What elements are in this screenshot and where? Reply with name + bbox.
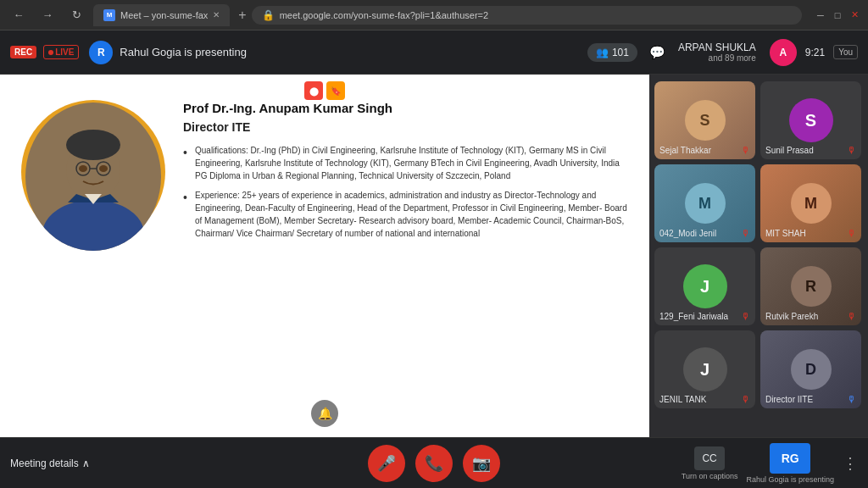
presentation-area: ⬤ 🔖 <box>0 75 649 437</box>
top-bar-right: 👥 101 💬 ARPAN SHUKLA and 89 more A 9:21 … <box>587 39 858 66</box>
participant-card: R Rutvik Parekh 🎙 <box>760 247 861 325</box>
meeting-details-button[interactable]: Meeting details ∧ <box>10 458 90 469</box>
refresh-button[interactable]: ↻ <box>64 3 88 27</box>
new-tab-button[interactable]: + <box>238 8 246 23</box>
mic-muted-icon: 🎙 <box>741 311 750 321</box>
bottom-left: Meeting details ∧ <box>10 458 90 469</box>
address-bar[interactable]: 🔒 meet.google.com/yon-sume-fax?pli=1&aut… <box>252 6 802 25</box>
slide-text-area: Prof Dr.-Ing. Anupam Kumar Singh Directo… <box>183 92 632 247</box>
browser-controls: ← → ↻ <box>7 3 88 27</box>
arpan-more: and 89 more <box>709 53 756 63</box>
svg-point-3 <box>79 165 87 172</box>
maximize-button[interactable]: □ <box>831 8 844 22</box>
notification-icon: 🔔 <box>311 400 338 427</box>
mute-button[interactable]: 🎤 <box>368 445 405 482</box>
live-dot <box>48 50 53 55</box>
arpan-avatar: A <box>770 39 797 66</box>
participant-name: JENIL TANK <box>659 395 706 404</box>
presenter-avatar: R <box>89 41 113 64</box>
mic-muted-icon: 🎙 <box>847 145 856 155</box>
mic-off-icon: 🎤 <box>377 454 396 473</box>
slide-icon-orange[interactable]: 🔖 <box>326 81 345 100</box>
slide-top-icons: ⬤ 🔖 <box>304 81 345 100</box>
svg-point-0 <box>42 200 144 251</box>
presenting-info: RG Rahul Gogia is presenting <box>746 443 834 484</box>
mic-muted-icon: 🎙 <box>847 228 856 238</box>
participant-avatar: J <box>683 347 727 391</box>
participants-count: 101 <box>612 47 629 58</box>
tab-title: Meet – yon-sume-fax <box>120 10 208 20</box>
participant-name: MIT SHAH <box>765 229 806 238</box>
participants-button[interactable]: 👥 101 <box>587 43 637 62</box>
top-bar: REC LIVE R Rahul Gogia is presenting 👥 1… <box>0 30 868 75</box>
mic-muted-icon: 🎙 <box>847 311 856 321</box>
bottom-right: CC Turn on captions RG Rahul Gogia is pr… <box>682 443 858 484</box>
slide-bullet-1: Qualifications: Dr.-Ing (PhD) in Civil E… <box>183 144 632 182</box>
you-badge: You <box>833 45 858 59</box>
participants-panel: S Sejal Thakkar 🎙 S Sunil Prasad 🎙 M <box>649 75 868 437</box>
arpan-info: ARPAN SHUKLA and 89 more <box>678 42 756 63</box>
camera-button[interactable]: 📷 <box>463 445 500 482</box>
participant-card: M 042_Modi Jenil 🎙 <box>654 164 755 242</box>
bottom-bar: Meeting details ∧ 🎤 📞 📷 CC Turn on capti… <box>0 437 868 488</box>
slide-title: Prof Dr.-Ing. Anupam Kumar Singh <box>183 100 632 117</box>
slide-subtitle: Director ITE <box>183 120 632 134</box>
meeting-details-label: Meeting details <box>10 458 79 469</box>
meet-logo: REC LIVE <box>10 45 81 59</box>
participant-name: 042_Modi Jenil <box>659 229 716 238</box>
participant-card: M MIT SHAH 🎙 <box>760 164 861 242</box>
presenter-label: Rahul Gogia is presenting <box>746 475 834 484</box>
participant-card: S Sunil Prasad 🎙 <box>760 81 861 159</box>
browser-tab[interactable]: M Meet – yon-sume-fax ✕ <box>93 4 230 26</box>
end-call-button[interactable]: 📞 <box>408 436 460 488</box>
slide-bullet-2: Experience: 25+ years of experience in a… <box>183 189 632 240</box>
participant-name: Rutvik Parekh <box>765 312 818 321</box>
participant-name: 129_Feni Jariwala <box>659 312 728 321</box>
profile-image <box>25 103 161 251</box>
browser-chrome: ← → ↻ M Meet – yon-sume-fax ✕ + 🔒 meet.g… <box>0 0 868 30</box>
chevron-up-icon: ∧ <box>82 458 90 469</box>
captions-button[interactable]: CC Turn on captions <box>682 446 738 480</box>
mic-muted-icon: 🎙 <box>741 228 750 238</box>
browser-actions: ─ □ ✕ <box>814 8 861 22</box>
svg-point-8 <box>66 130 120 160</box>
time-display: 9:21 <box>805 47 825 58</box>
arpan-name: ARPAN SHUKLA <box>678 42 756 53</box>
participant-card: J 129_Feni Jariwala 🎙 <box>654 247 755 325</box>
meet-app: REC LIVE R Rahul Gogia is presenting 👥 1… <box>0 30 868 488</box>
chat-button[interactable]: 💬 <box>646 41 670 64</box>
profile-image-wrap <box>17 92 170 261</box>
phone-icon: 📞 <box>425 454 443 473</box>
participant-name: Sejal Thakkar <box>659 146 711 155</box>
participant-grid: S Sejal Thakkar 🎙 S Sunil Prasad 🎙 M <box>654 81 863 408</box>
captions-label: Turn on captions <box>682 472 738 480</box>
camera-off-icon: 📷 <box>472 454 491 473</box>
close-button[interactable]: ✕ <box>848 8 861 22</box>
participant-name: Sunil Prasad <box>765 146 814 155</box>
presenter-thumb: RG <box>770 443 810 474</box>
slide-icon-red[interactable]: ⬤ <box>304 81 323 100</box>
live-badge: LIVE <box>43 45 79 59</box>
participant-card: J JENIL TANK 🎙 <box>654 330 755 408</box>
forward-button[interactable]: → <box>36 3 59 27</box>
participant-card: S Sejal Thakkar 🎙 <box>654 81 755 159</box>
mic-muted-icon: 🎙 <box>741 145 750 155</box>
participants-icon: 👥 <box>596 47 609 58</box>
participant-card: D Director IITE 🎙 <box>760 330 861 408</box>
minimize-button[interactable]: ─ <box>814 8 827 22</box>
rec-badge: REC <box>10 46 36 58</box>
participant-avatar: S <box>789 98 833 142</box>
participant-avatar: J <box>683 264 727 308</box>
presenter-text: Rahul Gogia is presenting <box>120 46 247 58</box>
back-button[interactable]: ← <box>7 3 31 27</box>
mic-muted-icon: 🎙 <box>741 394 750 404</box>
main-content: ⬤ 🔖 <box>0 75 868 437</box>
tab-close-button[interactable]: ✕ <box>213 10 220 19</box>
captions-icon: CC <box>694 446 725 470</box>
participant-name: Director IITE <box>765 395 813 404</box>
tab-favicon: M <box>103 9 115 21</box>
more-options-button[interactable]: ⋮ <box>843 454 858 473</box>
url-text: meet.google.com/yon-sume-fax?pli=1&authu… <box>280 10 488 20</box>
mic-active-icon: 🎙 <box>847 394 856 404</box>
svg-point-4 <box>99 165 108 172</box>
